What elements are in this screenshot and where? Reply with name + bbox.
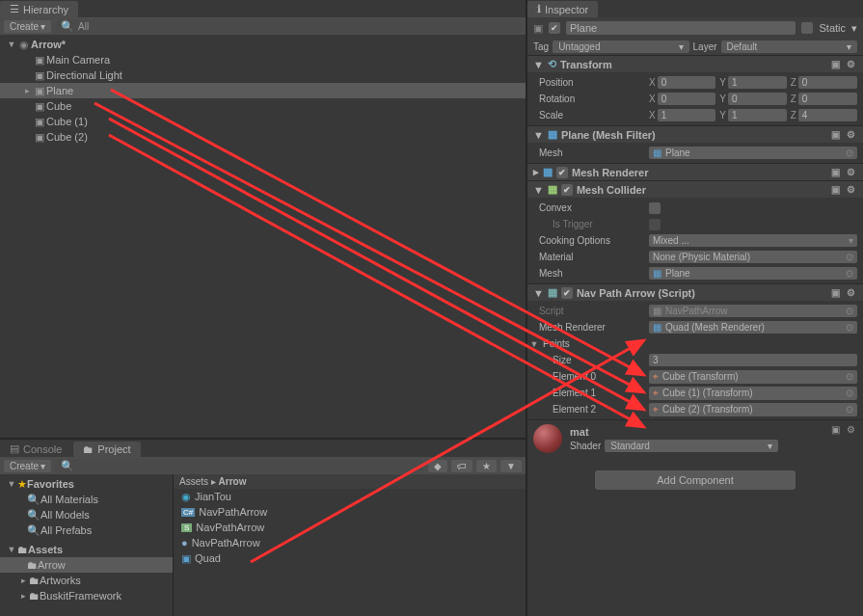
foldout-open-icon: ▼ [533,129,544,141]
object-picker-icon[interactable]: ⊙ [846,147,853,158]
create-button[interactable]: Create ▾ [4,20,51,33]
foldout-open-icon[interactable]: ▼ [6,40,17,49]
collider-mesh-field[interactable]: ▦Plane⊙ [649,267,857,280]
gameobject-row-plane[interactable]: ▸▣Plane [0,83,526,98]
favorite-button[interactable]: ★ [476,460,497,472]
favorites-header[interactable]: ▼★Favorites [0,476,173,492]
gear-icon[interactable]: ⚙ [844,184,857,195]
enabled-checkbox[interactable] [549,22,560,34]
gameobject-row-cube2[interactable]: ▣Cube (2) [0,129,526,145]
object-value: Plane [665,147,690,158]
filter-type-button[interactable]: 🏷 [451,460,472,472]
help-icon[interactable]: ▣ [828,129,842,140]
object-picker-icon[interactable]: ⊙ [846,388,853,398]
asset-item-quad[interactable]: ▣Quad [174,550,526,566]
inspector-tab[interactable]: ℹ Inspector [527,1,598,17]
gear-icon[interactable]: ⚙ [844,59,857,69]
foldout-open-icon[interactable]: ▼ [529,339,539,349]
folder-item[interactable]: ▸🖿BuskitFramework [0,588,173,603]
gameobject-row[interactable]: ▣Directional Light [0,67,526,83]
element-2-field[interactable]: ⌖Cube (2) (Transform)⊙ [649,403,857,416]
asset-item[interactable]: ◉JianTou [174,489,526,504]
save-button[interactable]: ▼ [500,460,522,472]
object-picker-icon[interactable]: ⊙ [846,252,853,262]
help-icon[interactable]: ▣ [828,287,842,298]
enabled-checkbox[interactable] [561,184,573,196]
gameobject-row-cube[interactable]: ▣Cube [0,98,526,114]
favorite-item[interactable]: 🔍All Models [0,507,173,522]
name-input[interactable]: Plane [566,21,796,35]
shader-dropdown[interactable]: Standard▾ [605,440,778,452]
pos-z-input[interactable]: 0 [798,76,857,89]
filter-asset-button[interactable]: ◆ [428,460,447,472]
gameobject-row[interactable]: ▣Main Camera [0,52,526,67]
y-label: Y [719,77,726,88]
convex-checkbox[interactable] [649,202,661,214]
folder-item[interactable]: ▸🖿Artworks [0,573,173,588]
search-input[interactable] [93,21,516,32]
gameobject-row-cube1[interactable]: ▣Cube (1) [0,114,526,129]
project-tab[interactable]: 🖿Project [73,442,140,457]
rot-z-input[interactable]: 0 [798,93,857,105]
scl-x-input[interactable]: 1 [658,109,716,121]
favorite-item[interactable]: 🔍All Prefabs [0,522,173,538]
asset-item[interactable]: C#NavPathArrow [174,504,526,520]
mesh-object-field[interactable]: ▦Plane⊙ [649,147,857,159]
project-search-input[interactable] [78,461,418,471]
mesh-renderer-field[interactable]: ▦Quad (Mesh Renderer)⊙ [649,321,857,334]
pos-x-input[interactable]: 0 [658,76,716,89]
help-icon[interactable]: ▣ [828,424,842,435]
element-0-field[interactable]: ⌖Cube (Transform)⊙ [649,370,857,384]
component-header[interactable]: ▸ ▦ Mesh Renderer ▣⚙ [527,164,863,180]
pos-y-input[interactable]: 1 [728,76,787,89]
component-header[interactable]: ▼ ⟲ Transform ▣⚙ [527,56,863,72]
gear-icon[interactable]: ⚙ [844,129,857,140]
search-field[interactable]: 🔍 All [55,19,522,34]
scene-row[interactable]: ▼ ◉ Arrow* [0,37,526,52]
object-picker-icon[interactable]: ⊙ [846,268,853,279]
gear-icon[interactable]: ⚙ [844,287,857,298]
cooking-dropdown[interactable]: Mixed ...▾ [649,234,857,247]
gear-icon[interactable]: ⚙ [844,424,857,435]
component-header[interactable]: ▼ ▦ Mesh Collider ▣⚙ [527,181,863,198]
favorite-item[interactable]: 🔍All Materials [0,492,173,507]
gear-icon[interactable]: ⚙ [844,167,857,177]
scl-y-input[interactable]: 1 [728,109,787,121]
chevron-down-icon[interactable]: ▾ [851,22,857,35]
help-icon[interactable]: ▣ [828,184,842,195]
enabled-checkbox[interactable] [556,167,568,178]
scl-z-input[interactable]: 4 [798,109,857,121]
element-1-field[interactable]: ⌖Cube (1) (Transform)⊙ [649,387,857,400]
hierarchy-tab[interactable]: ☰ Hierarchy [0,1,78,17]
component-header[interactable]: ▼ ▦ Nav Path Arrow (Script) ▣⚙ [527,284,863,301]
rot-x-input[interactable]: 0 [658,93,716,105]
project-create-button[interactable]: Create▾ [4,460,51,472]
prop-label: Script [539,306,645,316]
size-input[interactable]: 3 [649,354,857,366]
assets-header[interactable]: ▼🖿Assets [0,542,173,557]
project-search[interactable]: 🔍 [55,459,424,473]
add-component-button[interactable]: Add Component [595,470,796,490]
object-picker-icon[interactable]: ⊙ [846,322,853,333]
phys-material-field[interactable]: None (Physic Material)⊙ [649,251,857,263]
x-label: X [649,110,656,121]
breadcrumb-item[interactable]: Assets [179,476,208,487]
help-icon[interactable]: ▣ [828,59,842,69]
object-picker-icon[interactable]: ⊙ [846,404,853,415]
object-picker-icon[interactable]: ⊙ [846,371,853,382]
rot-y-input[interactable]: 0 [728,93,787,105]
foldout-closed-icon[interactable]: ▸ [21,86,33,95]
tag-dropdown[interactable]: Untagged▾ [553,40,688,53]
component-header[interactable]: ▼ ▦ Plane (Mesh Filter) ▣⚙ [527,126,863,143]
enabled-checkbox[interactable] [561,287,573,299]
gameobject-label: Cube (1) [46,116,88,127]
static-checkbox[interactable] [801,22,813,34]
chevron-down-icon: ▾ [768,441,772,451]
layer-dropdown[interactable]: Default▾ [721,40,857,53]
console-tab[interactable]: ▤Console [0,441,71,457]
folder-item-arrow[interactable]: 🖿Arrow [0,557,173,573]
help-icon[interactable]: ▣ [828,167,842,177]
asset-item[interactable]: ●NavPathArrow [174,535,526,550]
breadcrumb-item[interactable]: Arrow [219,476,247,487]
asset-item[interactable]: SNavPathArrow [174,520,526,535]
